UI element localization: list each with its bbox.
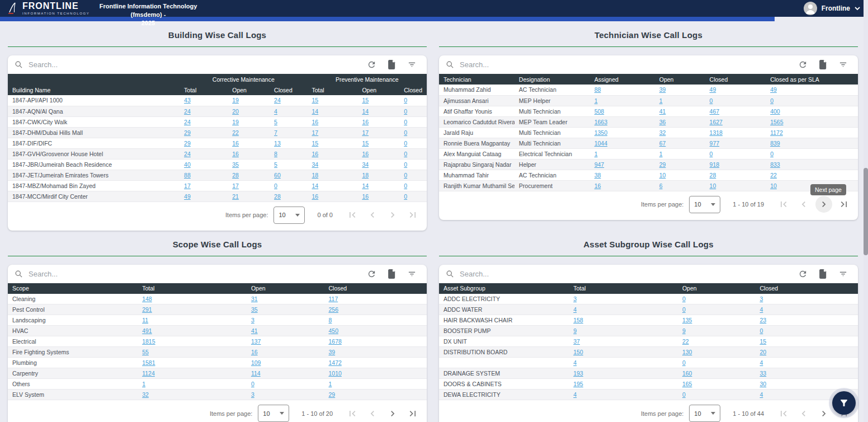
count-link[interactable]: 4 <box>573 391 577 398</box>
count-link[interactable]: 1581 <box>142 359 155 366</box>
count-link[interactable]: 30 <box>760 381 766 387</box>
previous-page-button[interactable] <box>795 405 812 422</box>
count-link[interactable]: 1172 <box>770 129 783 136</box>
count-link[interactable]: 15 <box>362 140 369 147</box>
count-link[interactable]: 55 <box>142 349 149 355</box>
count-link[interactable]: 1815 <box>142 338 155 345</box>
count-link[interactable]: 160 <box>682 370 692 377</box>
count-link[interactable]: 17 <box>312 129 319 136</box>
count-link[interactable]: 49 <box>184 193 191 200</box>
count-link[interactable]: 19 <box>232 119 239 125</box>
count-link[interactable]: 29 <box>328 391 335 398</box>
count-link[interactable]: 137 <box>251 338 261 345</box>
count-link[interactable]: 36 <box>659 119 666 125</box>
first-page-button[interactable] <box>775 405 792 422</box>
count-link[interactable]: 0 <box>682 306 686 313</box>
export-button[interactable] <box>384 269 399 279</box>
count-link[interactable]: 1350 <box>595 129 607 136</box>
count-link[interactable]: 0 <box>770 97 773 104</box>
count-link[interactable]: 18 <box>362 172 369 179</box>
count-link[interactable]: 24 <box>184 108 191 115</box>
count-link[interactable]: 22 <box>232 129 239 136</box>
count-link[interactable]: 193 <box>573 370 583 377</box>
first-page-button[interactable] <box>775 196 792 213</box>
count-link[interactable]: 16 <box>232 140 239 147</box>
first-page-button[interactable] <box>344 405 361 422</box>
count-link[interactable]: 13 <box>274 140 281 147</box>
count-link[interactable]: 17 <box>362 129 369 136</box>
count-link[interactable]: 195 <box>573 381 583 387</box>
count-link[interactable]: 839 <box>770 140 780 147</box>
count-link[interactable]: 467 <box>710 108 720 115</box>
previous-page-button[interactable] <box>364 405 381 422</box>
count-link[interactable]: 150 <box>573 349 583 355</box>
count-link[interactable]: 39 <box>659 86 666 93</box>
count-link[interactable]: 32 <box>659 129 666 136</box>
count-link[interactable]: 0 <box>710 151 713 157</box>
count-link[interactable]: 117 <box>328 296 338 302</box>
count-link[interactable]: 49 <box>770 86 777 93</box>
count-link[interactable]: 16 <box>251 349 258 355</box>
count-link[interactable]: 918 <box>710 161 720 168</box>
count-link[interactable]: 0 <box>274 182 277 189</box>
count-link[interactable]: 24 <box>184 119 191 125</box>
count-link[interactable]: 256 <box>328 306 338 313</box>
next-page-button[interactable] <box>384 207 401 223</box>
count-link[interactable]: 28 <box>232 172 239 179</box>
count-link[interactable]: 16 <box>595 182 601 189</box>
count-link[interactable]: 22 <box>682 338 689 345</box>
count-link[interactable]: 4 <box>274 108 277 115</box>
count-link[interactable]: 1472 <box>328 359 341 366</box>
page-size-select[interactable]: 10 <box>258 405 289 422</box>
count-link[interactable]: 833 <box>770 161 780 168</box>
count-link[interactable]: 29 <box>184 140 191 147</box>
count-link[interactable]: 5 <box>274 119 277 125</box>
last-page-button[interactable] <box>836 196 852 213</box>
count-link[interactable]: 3 <box>251 317 254 323</box>
next-page-button[interactable] <box>384 405 401 422</box>
filter-button[interactable] <box>404 60 419 69</box>
user-menu[interactable]: Frontline <box>804 2 860 15</box>
count-link[interactable]: 38 <box>595 172 601 179</box>
count-link[interactable]: 35 <box>232 161 239 168</box>
page-scrollbar[interactable] <box>864 0 868 422</box>
count-link[interactable]: 0 <box>682 359 686 366</box>
count-link[interactable]: 0 <box>682 296 686 302</box>
technician-search-input[interactable] <box>460 60 790 69</box>
count-link[interactable]: 1663 <box>595 119 607 125</box>
filter-button[interactable] <box>836 60 850 69</box>
count-link[interactable]: 0 <box>710 97 713 104</box>
export-button[interactable] <box>815 269 830 279</box>
count-link[interactable]: 4 <box>760 359 763 366</box>
count-link[interactable]: 16 <box>232 151 239 157</box>
count-link[interactable]: 6 <box>659 182 663 189</box>
count-link[interactable]: 0 <box>404 193 407 200</box>
count-link[interactable]: 148 <box>142 296 152 302</box>
count-link[interactable]: 1 <box>659 97 663 104</box>
asset-search-input[interactable] <box>460 270 790 278</box>
count-link[interactable]: 10 <box>710 182 716 189</box>
count-link[interactable]: 9 <box>573 327 577 334</box>
count-link[interactable]: 29 <box>184 129 191 136</box>
count-link[interactable]: 39 <box>328 349 335 355</box>
count-link[interactable]: 0 <box>404 151 407 157</box>
count-link[interactable]: 0 <box>404 140 407 147</box>
count-link[interactable]: 22 <box>770 172 777 179</box>
count-link[interactable]: 49 <box>710 86 716 93</box>
count-link[interactable]: 1010 <box>328 370 341 377</box>
count-link[interactable]: 508 <box>595 108 605 115</box>
count-link[interactable]: 1678 <box>328 338 341 345</box>
count-link[interactable]: 40 <box>184 161 191 168</box>
count-link[interactable]: 977 <box>710 140 720 147</box>
count-link[interactable]: 4 <box>760 391 763 398</box>
count-link[interactable]: 34 <box>312 161 319 168</box>
count-link[interactable]: 1318 <box>710 129 723 136</box>
count-link[interactable]: 14 <box>312 182 319 189</box>
count-link[interactable]: 60 <box>274 172 281 179</box>
next-page-button[interactable] <box>815 405 832 422</box>
count-link[interactable]: 0 <box>682 391 686 398</box>
count-link[interactable]: 11 <box>142 317 148 323</box>
count-link[interactable]: 28 <box>710 172 716 179</box>
count-link[interactable]: 0 <box>404 97 407 104</box>
count-link[interactable]: 16 <box>312 151 319 157</box>
